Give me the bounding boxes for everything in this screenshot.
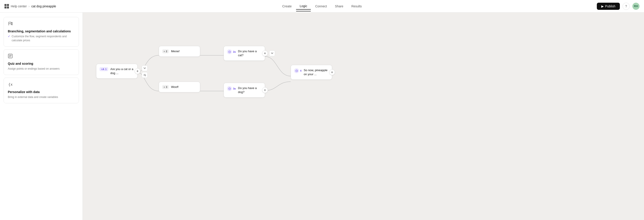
node-1-logic-buttons xyxy=(142,65,148,78)
node-2a-logic xyxy=(269,50,275,56)
node-2-num: 2 xyxy=(166,50,167,53)
node-3a-badge-row: 3a xyxy=(227,86,236,91)
node-2-badge: ≡ 2 xyxy=(162,49,169,53)
tab-connect[interactable]: Connect xyxy=(312,3,330,9)
grid-icon[interactable] xyxy=(4,4,9,8)
tab-create[interactable]: Create xyxy=(278,3,295,9)
node-3a-num: 3a xyxy=(233,87,236,90)
node-3a-text: Do you have a dog? xyxy=(238,86,262,94)
header-left: Help center › cat dog pineapple xyxy=(4,4,214,8)
branch-icon xyxy=(8,21,75,27)
node-2a-text: Do you have a cat? xyxy=(238,49,262,57)
node-2a-plus[interactable]: + xyxy=(262,50,268,56)
flow-connections xyxy=(83,12,644,220)
svg-text:{x}: {x} xyxy=(8,82,13,87)
personalize-title: Personalize with data xyxy=(8,90,75,94)
header-nav: Create Logic Connect Share Results xyxy=(217,3,427,9)
help-button[interactable]: ? xyxy=(622,3,630,10)
main-layout: Branching, segmentation and calculations… xyxy=(0,12,644,220)
breadcrumb-separator: › xyxy=(28,4,30,8)
branching-desc: Customize the flow, segment respondents … xyxy=(12,34,75,42)
sidebar-card-branching[interactable]: Branching, segmentation and calculations… xyxy=(4,17,79,47)
node-3a-plus[interactable]: + xyxy=(262,87,268,93)
node-3-icon: ≡ xyxy=(164,86,165,88)
sidebar-card-personalize[interactable]: {x} Personalize with data Bring in exter… xyxy=(4,78,79,103)
branching-title: Branching, segmentation and calculations xyxy=(8,29,75,33)
sidebar-card-quiz[interactable]: Quiz and scoring Assign points or ending… xyxy=(4,49,79,75)
project-name: cat dog pineapple xyxy=(31,4,56,8)
publish-play-icon: ▶ xyxy=(601,4,604,8)
node-1-plus[interactable]: + xyxy=(134,68,140,74)
node-1-text: Are you a cat or a dog ... xyxy=(110,67,134,75)
publish-label: Publish xyxy=(605,4,616,8)
quiz-desc: Assign points or endings based on answer… xyxy=(8,67,75,71)
node-2-text: Meow! xyxy=(171,49,180,53)
tab-logic-wrapper: Logic xyxy=(296,3,310,9)
quiz-title: Quiz and scoring xyxy=(8,62,75,65)
personalize-desc: Bring in external data and create variab… xyxy=(8,95,75,99)
node-3a[interactable]: 3a Do you have a dog? + xyxy=(224,83,265,98)
node-1-logic-btn-1[interactable] xyxy=(142,65,148,71)
node-4-badge-row: 4 xyxy=(294,68,302,73)
flow-container: ≡A 1 Are you a cat or a dog ... + xyxy=(83,12,644,220)
variable-icon: {x} xyxy=(8,82,75,88)
node-2a-badge-circle xyxy=(227,49,232,54)
tab-results[interactable]: Results xyxy=(348,3,366,9)
node-3-num: 3 xyxy=(166,86,167,88)
node-3-text: Woof! xyxy=(171,85,179,89)
publish-button[interactable]: ▶ Publish xyxy=(597,3,620,10)
header: Help center › cat dog pineapple Create L… xyxy=(0,0,644,12)
node-3-badge: ≡ 3 xyxy=(162,85,169,89)
node-1[interactable]: ≡A 1 Are you a cat or a dog ... + xyxy=(96,64,138,79)
node-1-badge: ≡A 1 xyxy=(100,67,108,71)
check-icon: ✓ xyxy=(8,35,10,38)
avatar[interactable]: RH xyxy=(632,3,640,10)
sidebar: Branching, segmentation and calculations… xyxy=(0,12,83,220)
node-2a[interactable]: 2a Do you have a cat? + xyxy=(224,46,265,61)
tab-logic[interactable]: Logic xyxy=(296,3,310,9)
node-4-badge-circle xyxy=(294,68,299,73)
node-2a-logic-btn[interactable] xyxy=(269,50,275,56)
node-2a-badge-row: 2a xyxy=(227,49,236,54)
node-1-num: 1 xyxy=(105,68,106,71)
node-2[interactable]: ≡ 2 Meow! xyxy=(159,46,200,57)
node-2-icon: ≡ xyxy=(164,50,165,53)
canvas: ≡A 1 Are you a cat or a dog ... + xyxy=(83,12,644,220)
help-center-link[interactable]: Help center xyxy=(11,4,27,8)
branching-check-row: ✓ Customize the flow, segment respondent… xyxy=(8,34,75,42)
node-3a-badge-circle xyxy=(227,86,232,91)
node-4-plus[interactable]: + xyxy=(329,69,335,75)
node-4-num: 4 xyxy=(300,69,302,72)
node-1-logic-btn-2[interactable] xyxy=(142,72,148,78)
tab-share[interactable]: Share xyxy=(332,3,347,9)
node-3[interactable]: ≡ 3 Woof! xyxy=(159,82,200,92)
node-4[interactable]: 4 So now, pineapple on your ... + xyxy=(291,65,332,80)
node-4-text: So now, pineapple on your ... xyxy=(304,68,329,76)
quiz-icon xyxy=(8,54,75,60)
node-1-icon: ≡A xyxy=(101,68,104,71)
node-2a-num: 2a xyxy=(233,50,236,53)
header-right: ▶ Publish ? RH xyxy=(430,3,640,10)
